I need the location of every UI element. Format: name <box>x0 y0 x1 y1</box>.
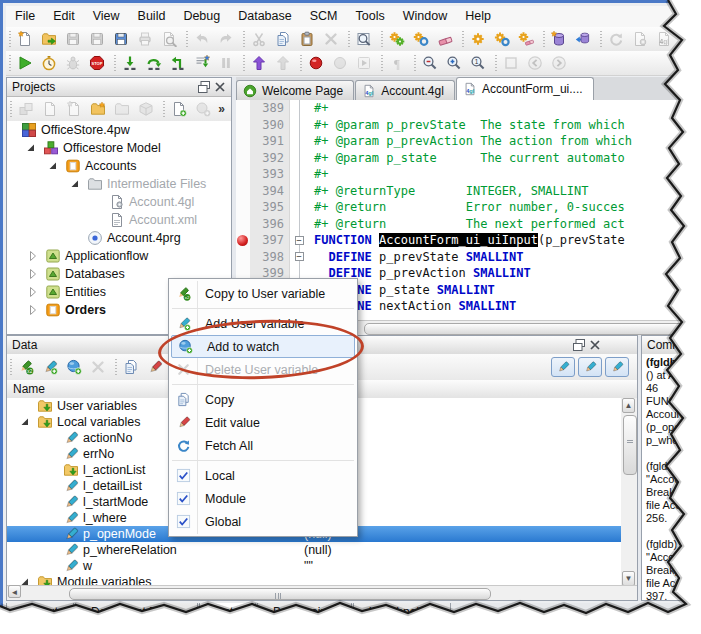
menu-item-local[interactable]: Local <box>169 464 357 487</box>
data-vscrollbar[interactable]: ▲ ▼ <box>621 398 637 586</box>
run-to-line-button[interactable] <box>191 52 213 74</box>
filter-global-button[interactable] <box>605 357 629 377</box>
expander-closed-icon[interactable] <box>25 302 41 318</box>
stop-button[interactable]: STOP <box>86 52 108 74</box>
tree-item-account-4gl[interactable]: Account.4gl <box>7 193 231 211</box>
scroll-up-icon[interactable]: ▲ <box>622 398 635 413</box>
float-panel-icon[interactable] <box>571 337 585 351</box>
breakpoint-icon[interactable] <box>237 235 248 246</box>
fold-gutter[interactable] <box>290 199 309 216</box>
menu-help[interactable]: Help <box>456 6 500 27</box>
pen-x2-button[interactable]: x2 <box>15 356 37 378</box>
breakpoint-gutter[interactable] <box>236 100 250 117</box>
editor-tab-accountform-ui[interactable]: 4glAccountForm_ui.... <box>456 77 594 100</box>
zoom-in-button[interactable] <box>443 52 465 74</box>
new-file-button[interactable] <box>14 28 36 50</box>
bottom-tab-output[interactable]: Output <box>6 603 74 623</box>
step-over-button[interactable] <box>143 52 165 74</box>
editor-tab-account-4gl[interactable]: 4glAccount.4gl <box>355 80 455 100</box>
zoom-out-button[interactable] <box>419 52 441 74</box>
menu-scm[interactable]: SCM <box>301 6 347 27</box>
clean-button[interactable] <box>434 28 456 50</box>
menu-item-copy-to-user-variable[interactable]: x2Copy to User variable <box>169 282 357 305</box>
bottom-tab-watchpoints[interactable]: Watchpoints <box>353 603 451 623</box>
breakpoint-gutter[interactable] <box>236 150 250 167</box>
open-file-button[interactable] <box>38 28 60 50</box>
fold-gutter[interactable] <box>290 216 309 233</box>
expander-open-icon[interactable] <box>45 158 61 174</box>
new-folder-button[interactable] <box>87 98 109 120</box>
step-out-button[interactable] <box>167 52 189 74</box>
tree-item-account-xml[interactable]: Account.xml <box>7 211 231 229</box>
expander-closed-icon[interactable] <box>25 284 41 300</box>
paste-button[interactable] <box>296 28 318 50</box>
fold-collapse-icon[interactable]: − <box>295 236 304 245</box>
add-file-button[interactable] <box>168 98 190 120</box>
menu-file[interactable]: File <box>6 6 44 27</box>
menu-item-module[interactable]: Module <box>169 487 357 510</box>
menu-view[interactable]: View <box>84 6 129 27</box>
fold-gutter[interactable]: − <box>290 249 309 266</box>
scroll-left-icon[interactable]: ◄ <box>8 585 21 598</box>
tree-item-officestore-4pw[interactable]: OfficeStore.4pw <box>7 121 231 139</box>
run-button[interactable] <box>14 52 36 74</box>
tree-item-applicationflow[interactable]: Applicationflow <box>7 247 231 265</box>
breakpoint-gutter[interactable] <box>236 249 250 266</box>
tree-item-accounts[interactable]: Accounts <box>7 157 231 175</box>
save-all-button[interactable] <box>110 28 132 50</box>
fold-collapse-icon[interactable]: − <box>295 252 304 261</box>
toolbar-overflow-icon[interactable]: » <box>218 102 231 116</box>
tab-list-dropdown-icon[interactable] <box>666 82 682 96</box>
menu-item-edit-value[interactable]: Edit value <box>169 411 357 434</box>
copy-button[interactable] <box>120 356 142 378</box>
compile-button[interactable] <box>467 28 489 50</box>
bottom-tab-document-errors[interactable]: Document Errors <box>75 603 198 623</box>
menu-item-copy[interactable]: Copy <box>169 388 357 411</box>
db-new-button[interactable] <box>548 28 570 50</box>
editor-hscrollbar-thumb[interactable] <box>364 323 696 335</box>
fold-gutter[interactable] <box>290 117 309 134</box>
menu-window[interactable]: Window <box>394 6 456 27</box>
expander-closed-icon[interactable] <box>25 266 41 282</box>
pen-add-button[interactable] <box>39 356 61 378</box>
tree-item-officestore-model[interactable]: Officestore Model <box>7 139 231 157</box>
menu-debug[interactable]: Debug <box>174 6 229 27</box>
step-into-button[interactable] <box>119 52 141 74</box>
breakpoint-gutter[interactable] <box>236 183 250 200</box>
menu-database[interactable]: Database <box>229 6 301 27</box>
watch-add-button[interactable] <box>63 356 85 378</box>
data-vscrollbar-thumb[interactable] <box>623 415 637 475</box>
editor-tab-welcome-page[interactable]: Welcome Page <box>236 80 354 100</box>
menu-edit[interactable]: Edit <box>44 6 84 27</box>
data-hscrollbar-thumb[interactable] <box>69 588 491 600</box>
breakpoint-gutter[interactable] <box>236 133 250 150</box>
build-button[interactable] <box>386 28 408 50</box>
fold-gutter[interactable] <box>290 133 309 150</box>
fold-gutter[interactable]: − <box>290 232 309 249</box>
bottom-tab-data[interactable]: Data <box>199 603 256 625</box>
close-panel-icon[interactable] <box>212 79 226 93</box>
bottom-tab-breakpoints[interactable]: Breakpoints <box>257 603 352 623</box>
expander-closed-icon[interactable] <box>25 248 41 264</box>
build-all-button[interactable] <box>410 28 432 50</box>
data-row-w[interactable]: w"" <box>7 558 621 574</box>
tree-item-intermediate-files[interactable]: Intermediate Files <box>7 175 231 193</box>
menu-item-global[interactable]: Global <box>169 510 357 533</box>
set-next-button[interactable] <box>248 52 270 74</box>
expander-open-icon[interactable] <box>67 176 83 192</box>
fold-gutter[interactable] <box>290 183 309 200</box>
data-hscrollbar[interactable]: ◄ <box>7 585 637 600</box>
breakpoint-gutter[interactable] <box>236 117 250 134</box>
fold-gutter[interactable] <box>290 150 309 167</box>
breakpoint-gutter[interactable] <box>236 232 250 249</box>
scroll-down-icon[interactable]: ▼ <box>622 571 635 586</box>
command-output[interactable]: (fgldb)() at Acc46FUNCTIAccoun(p_operp_w… <box>642 354 701 600</box>
breakpoint-gutter[interactable] <box>236 199 250 216</box>
filter-module-button[interactable] <box>578 357 602 377</box>
zoom-actual-button[interactable]: 1 <box>467 52 489 74</box>
filter-local-button[interactable] <box>551 357 575 377</box>
db-execute-button[interactable] <box>572 28 594 50</box>
float-panel-icon[interactable] <box>196 79 210 93</box>
find-in-files-button[interactable] <box>353 28 375 50</box>
close-panel-icon[interactable] <box>587 337 601 351</box>
